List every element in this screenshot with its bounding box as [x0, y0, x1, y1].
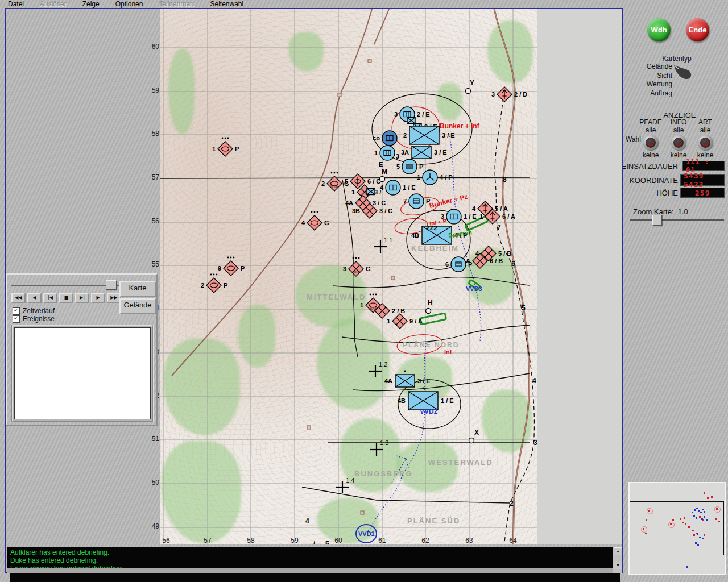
event-list-frame [11, 325, 154, 422]
map-y-axis-label: 50 [144, 479, 159, 487]
minimap-blue-unit-dot [696, 517, 697, 519]
svg-text:3B: 3B [352, 207, 360, 214]
map-unit-bl-inf[interactable]: 4A3 / E [384, 371, 431, 387]
play-back-button[interactable]: ◀ [27, 293, 42, 303]
minimap[interactable] [628, 482, 726, 575]
chat-input-bar[interactable] [10, 573, 620, 582]
map-unit-bl-box[interactable]: 5P [396, 159, 423, 174]
minimap-red-unit-dot [643, 528, 644, 530]
ende-button[interactable]: Ende [686, 18, 709, 41]
minimap-blue-unit-dot [695, 542, 697, 544]
höhe-label: HÖHE [615, 189, 678, 197]
minimap-red-unit-dot [716, 508, 718, 510]
info-knob[interactable] [671, 135, 686, 150]
svg-text:5 / B: 5 / B [498, 250, 511, 257]
svg-text:1: 1 [351, 189, 355, 196]
svg-text:3 / C: 3 / C [373, 199, 386, 206]
zeitverlauf-checkbox[interactable] [13, 307, 20, 315]
map-unit-bl-k[interactable]: 41 / E [380, 180, 416, 195]
svg-text:6 / B: 6 / B [490, 257, 503, 264]
phase-line-number: 4 [305, 517, 309, 525]
checkbox-row-zeitverlauf[interactable]: Zeitverlauf [13, 307, 55, 315]
map-label: / [313, 539, 315, 544]
map-unit-bl-gun[interactable]: 1 [374, 146, 395, 160]
time-slider-thumb[interactable] [106, 280, 117, 290]
menu-item-zeige[interactable]: Zeige [75, 0, 107, 8]
map-unit-rd-arrow[interactable]: 32 / D [491, 87, 527, 102]
event-list[interactable] [14, 327, 151, 419]
time-slider[interactable] [11, 284, 121, 287]
minimap-red-unit-dot [704, 534, 705, 536]
menu-item-optionen[interactable]: Optionen [107, 0, 151, 8]
play-button[interactable]: ▶ [91, 293, 105, 303]
map-unit-bl-sq[interactable] [407, 118, 415, 124]
svg-text:5 / A: 5 / A [495, 205, 508, 212]
map-unit-rd-armor[interactable]: 2P [201, 274, 228, 293]
map-unit-rd-armor[interactable]: 1P [212, 138, 239, 156]
menu-item-teilnehmer: Teilnehmer: [151, 0, 202, 8]
map-label: PLÄNE SÜD [407, 517, 460, 525]
svg-text:1.2: 1.2 [379, 361, 387, 368]
rewind-button[interactable]: ◀◀ [11, 293, 26, 303]
map-label: VVD3 [466, 285, 482, 292]
minimap-blue-unit-dot [697, 533, 698, 535]
pfade-knob[interactable] [643, 135, 658, 150]
menu-item-seitenwahl[interactable]: Seitenwahl [202, 0, 251, 8]
minimap-red-unit-dot [684, 517, 685, 519]
phase-line-number: 5 [522, 304, 526, 312]
waypoint-m: M [380, 168, 388, 182]
höhe-display: 259 [680, 188, 725, 198]
kartentyp-selector-pointer[interactable] [673, 64, 696, 84]
kartentyp-option-gelnde[interactable]: Gelände [626, 63, 672, 72]
scroll-up-icon[interactable]: ▲ [614, 547, 622, 555]
svg-text:300k: 300k [330, 185, 339, 189]
map-viewport[interactable]: 1P9P2P4G2G300k56 / C13 /4A3 / C3B3 / C3G… [160, 9, 622, 544]
karte-button[interactable]: Karte [119, 281, 156, 297]
svg-text:9 / A: 9 / A [410, 318, 423, 325]
svg-text:1: 1 [374, 149, 378, 156]
map-unit-rd-x[interactable]: 3G300k [343, 257, 371, 276]
wdh-button[interactable]: Wdh [647, 18, 671, 41]
menu-item-auslser: Auslöser [32, 0, 75, 8]
zoom-karte-value: 1.0 [678, 207, 688, 216]
kartentyp-option-sicht[interactable]: Sicht [626, 72, 672, 81]
minimap-blue-unit-dot [706, 519, 708, 521]
kartentyp-option-wertung[interactable]: Wertung [626, 80, 672, 89]
menu-item-datei[interactable]: Datei [0, 0, 32, 8]
map-x-axis-label: 63 [465, 537, 473, 544]
minimap-red-unit-dot [672, 519, 674, 521]
log-vertical-scrollbar[interactable]: ▲ ▼ [613, 547, 622, 573]
svg-text:G: G [324, 219, 329, 226]
gelaende-button[interactable]: Gelände [119, 298, 156, 314]
map-label: VVD2 [420, 408, 438, 415]
map-unit-bl-sq[interactable] [367, 189, 375, 195]
playback-panel: ◀◀◀|◀■▶|▶▶▶ Zeitverlauf Ereignisse Karte… [6, 273, 158, 426]
ereignisse-checkbox[interactable] [13, 315, 20, 323]
scroll-down-icon[interactable]: ▼ [614, 562, 622, 569]
kartentyp-option-auftrag[interactable]: Auftrag [626, 89, 672, 98]
step-forward-button[interactable]: ▶| [75, 293, 89, 303]
checkbox-row-ereignisse[interactable]: Ereignisse [13, 315, 55, 323]
svg-text:1: 1 [212, 146, 216, 152]
minimap-red-unit-dot [646, 519, 647, 521]
minimap-blue-unit-dot [693, 515, 695, 517]
step-back-button[interactable]: |◀ [43, 293, 57, 303]
phase-line-number: 6 [511, 260, 515, 268]
map-label: VVD1 [358, 530, 375, 537]
map-unit-bl-box[interactable]: 7P [403, 194, 430, 209]
minimap-red-unit-dot [680, 518, 681, 520]
minimap-blue-unit-dot [700, 512, 702, 513]
map-unit-rd-armor[interactable]: 4G [301, 211, 329, 230]
koordinate-display: 5439 5423 [680, 174, 725, 186]
map-x-axis-label: 62 [421, 537, 429, 544]
map-unit-rd-x[interactable]: 19 / A [387, 314, 423, 329]
zoom-slider[interactable] [630, 219, 724, 221]
registration-cross: 1.4 [336, 477, 354, 493]
stop-button[interactable]: ■ [59, 293, 73, 303]
map-label: Bunker + Inf [440, 122, 480, 130]
map-unit-rd-armor[interactable]: 9P [218, 257, 245, 276]
svg-text:H: H [428, 299, 433, 307]
zoom-slider-thumb[interactable] [652, 215, 662, 226]
map-label: Inf [444, 348, 452, 355]
art-knob[interactable] [698, 135, 713, 150]
